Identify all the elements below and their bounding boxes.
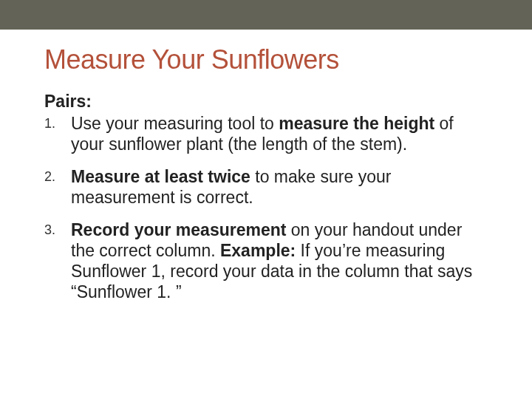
top-bar: [0, 0, 532, 30]
pairs-label: Pairs:: [44, 92, 488, 112]
step-marker: 2.: [44, 169, 55, 185]
steps-list: 1.Use your measuring tool to measure the…: [44, 113, 488, 302]
step-item: 1.Use your measuring tool to measure the…: [44, 113, 488, 154]
step-item: 3.Record your measurement on your handou…: [44, 219, 488, 302]
page-title: Measure Your Sunflowers: [44, 44, 488, 75]
slide-content: Measure Your Sunflowers Pairs: 1.Use you…: [0, 30, 532, 329]
step-marker: 3.: [44, 222, 55, 239]
step-text-bold: Measure at least twice: [71, 167, 250, 186]
step-text-bold: measure the height: [279, 114, 434, 133]
step-marker: 1.: [44, 116, 55, 132]
step-text-bold: Record your measurement: [71, 220, 286, 239]
step-text: Use your measuring tool to: [71, 114, 279, 133]
step-item: 2.Measure at least twice to make sure yo…: [44, 166, 488, 208]
step-text-bold: Example:: [220, 241, 296, 260]
